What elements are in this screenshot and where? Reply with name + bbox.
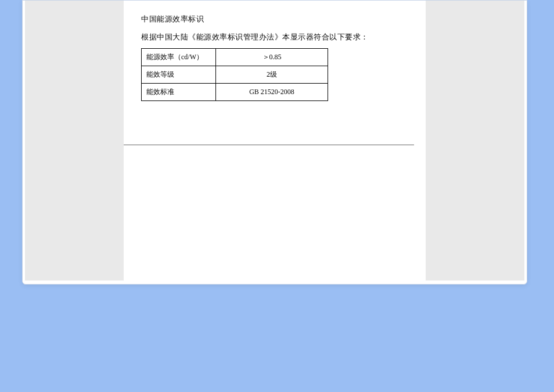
spec-value: 2级 — [216, 66, 328, 84]
table-row: 能效标准 GB 21520-2008 — [142, 84, 328, 101]
spec-label: 能效等级 — [142, 66, 216, 84]
page-gutter-left — [25, 1, 124, 280]
table-row: 能效等级 2级 — [142, 66, 328, 84]
spec-label: 能效标准 — [142, 84, 216, 101]
spec-table: 能源效率（cd/W） ＞0.85 能效等级 2级 能效标准 GB 21520-2… — [141, 48, 328, 101]
table-row: 能源效率（cd/W） ＞0.85 — [142, 49, 328, 66]
document-page: 中国能源效率标识 根据中国大陆《能源效率标识管理办法》本显示器符合以下要求： 能… — [124, 1, 426, 280]
spec-label: 能源效率（cd/W） — [142, 49, 216, 66]
page-gutter-right — [426, 1, 524, 280]
spec-value: GB 21520-2008 — [216, 84, 328, 101]
section-description: 根据中国大陆《能源效率标识管理办法》本显示器符合以下要求： — [141, 33, 414, 42]
spec-value: ＞0.85 — [216, 49, 328, 66]
document-viewer-window: 中国能源效率标识 根据中国大陆《能源效率标识管理办法》本显示器符合以下要求： 能… — [22, 0, 527, 285]
document-viewer-inner: 中国能源效率标识 根据中国大陆《能源效率标识管理办法》本显示器符合以下要求： 能… — [25, 1, 524, 280]
footer-divider — [124, 145, 414, 145]
section-title: 中国能源效率标识 — [141, 15, 414, 24]
